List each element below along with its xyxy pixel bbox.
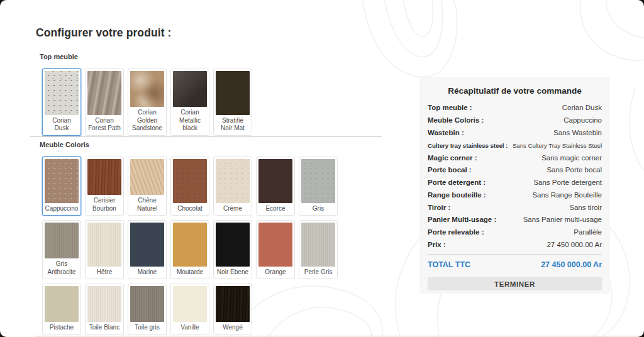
swatch-option-perle-gris[interactable]: Perle Gris [299, 220, 338, 279]
summary-row-value: Sans tiroir [569, 204, 602, 212]
summary-row-label: Top meuble : [428, 104, 472, 112]
summary-row-prix: Prix :27 450 000.00 Ar [428, 239, 602, 251]
swatch-label-orange: Orange [258, 267, 292, 279]
swatch-option-ch-ne-naturel[interactable]: Chêne Naturel [128, 157, 167, 216]
swatch-label-chocolat: Chocolat [173, 203, 207, 216]
summary-row-cultery-tray-stainless-steel: Cultery tray stainless steel :Sans Culte… [428, 139, 602, 152]
swatch-image-corian-golden-sandstone [130, 71, 164, 107]
summary-row-label: Wastebin : [428, 129, 464, 137]
summary-row-porte-relevable: Porte relevable :Parallèle [428, 226, 602, 239]
swatch-image-toile-blanc [87, 286, 121, 322]
summary-row-tiroir: Tiroir :Sans tiroir [428, 201, 602, 214]
swatch-image-corian-dusk [45, 71, 79, 115]
swatch-option-vanille[interactable]: Vanille [170, 284, 209, 335]
swatch-image-noir-ebene [216, 223, 250, 267]
summary-row-label: Porte bocal : [428, 166, 472, 174]
summary-rows: Top meuble :Corian DuskMeuble Coloris :C… [428, 102, 602, 251]
swatch-label-cappuccino: Cappuccino [45, 203, 79, 216]
swatch-option-toile-gris[interactable]: Toile gris [128, 284, 167, 335]
total-label: TOTAL TTC [428, 260, 470, 269]
swatch-label-gris-anthracite: Gris Anthracite [45, 258, 79, 279]
summary-row-label: Magic corner : [428, 154, 477, 162]
summary-row-value: Sans Panier multi-usage [523, 216, 602, 224]
swatch-label-perle-gris: Perle Gris [301, 267, 335, 279]
swatch-image-ch-ne-naturel [130, 159, 164, 195]
swatch-label-toile-gris: Toile gris [130, 322, 164, 334]
swatch-option-cappuccino[interactable]: Cappuccino [42, 157, 81, 216]
swatch-label-gris: Gris [301, 203, 335, 216]
section-meuble-coloris: Meuble Coloris CappuccinoCerisier Bourbo… [40, 141, 338, 335]
summary-row-label: Range bouteille : [428, 191, 486, 199]
swatch-image-stratifi-noir-mat [216, 71, 250, 115]
swatch-label-noir-ebene: Noir Ebene [216, 267, 250, 279]
swatch-label-cerisier-bourbon: Cerisier Bourbon [87, 195, 121, 215]
summary-row-label: Prix : [428, 241, 446, 249]
swatch-image-cappuccino [45, 159, 79, 203]
summary-title: Récapitulatif de votre commande [428, 86, 602, 96]
swatch-image-weng [216, 286, 250, 322]
swatch-option-toile-blanc[interactable]: Toile Blanc [85, 284, 124, 335]
swatch-label-corian-metallic-black: Corian Metallic black [173, 107, 207, 135]
swatch-option-gris[interactable]: Gris [299, 157, 338, 216]
swatch-option-stratifi-noir-mat[interactable]: Stratifié Noir Mat [213, 69, 252, 136]
swatch-option-pistache[interactable]: Pistache [42, 284, 81, 335]
summary-row-magic-corner: Magic corner :Sans magic corner [428, 152, 602, 164]
summary-row-value: Sans Cultery Tray Stainless Steel [513, 141, 602, 150]
swatch-option-marine[interactable]: Marine [128, 220, 167, 279]
summary-row-range-bouteille: Range bouteille :Sans Range Bouteille [428, 189, 602, 201]
summary-row-value: Corian Dusk [562, 104, 602, 112]
summary-row-panier-multi-usage: Panier Multi-usage :Sans Panier multi-us… [428, 214, 602, 226]
swatch-image-pistache [45, 286, 79, 322]
summary-row-label: Panier Multi-usage : [428, 216, 496, 224]
section-label-top-meuble: Top meuble [40, 53, 252, 60]
swatch-option-h-tre[interactable]: Hêtre [85, 220, 124, 279]
summary-row-porte-bocal: Porte bocal :Sans Porte bocal [428, 164, 602, 177]
swatch-image-cr-me [216, 159, 250, 203]
summary-row-value: Sans Porte detergent [533, 179, 602, 187]
swatch-option-corian-metallic-black[interactable]: Corian Metallic black [170, 69, 209, 136]
summary-row-value: Sans Range Bouteille [532, 191, 602, 199]
total-value: 27 450 000.00 Ar [541, 260, 602, 269]
summary-row-value: Sans magic corner [541, 154, 602, 162]
summary-row-value: Cappuccino [564, 116, 602, 124]
swatch-option-corian-forest-path[interactable]: Corian Forest Path [85, 69, 124, 136]
summary-row-value: Sans Wastebin [553, 129, 602, 137]
swatch-image-h-tre [87, 223, 121, 267]
swatch-label-vanille: Vanille [173, 322, 207, 334]
swatch-image-gris [301, 159, 335, 203]
swatch-option-orange[interactable]: Orange [256, 220, 295, 279]
summary-row-label: Porte detergent : [428, 179, 486, 187]
total-row: TOTAL TTC 27 450 000.00 Ar [428, 254, 602, 269]
swatch-label-moutarde: Moutarde [173, 267, 207, 279]
configurator-window: Configurer votre produit : Top meuble Co… [0, 0, 644, 337]
page-title: Configurer votre produit : [36, 26, 172, 40]
swatch-image-chocolat [173, 159, 207, 203]
swatch-label-cr-me: Crème [216, 203, 250, 216]
swatch-option-gris-anthracite[interactable]: Gris Anthracite [42, 220, 81, 279]
summary-row-meuble-coloris: Meuble Coloris :Cappuccino [428, 114, 602, 127]
swatch-image-cerisier-bourbon [87, 159, 121, 195]
swatch-option-cr-me[interactable]: Crème [213, 157, 252, 216]
swatch-label-corian-dusk: Corian Dusk [45, 115, 79, 135]
swatch-label-toile-blanc: Toile Blanc [87, 322, 121, 334]
section-top-meuble: Top meuble Corian DuskCorian Forest Path… [40, 53, 252, 136]
swatch-image-marine [130, 223, 164, 267]
swatch-image-vanille [173, 286, 207, 322]
swatch-label-marine: Marine [130, 267, 164, 279]
meuble-coloris-swatch-grid: CappuccinoCerisier BourbonChêne NaturelC… [42, 157, 338, 335]
swatch-label-stratifi-noir-mat: Stratifié Noir Mat [216, 115, 250, 135]
terminer-button[interactable]: TERMINER [428, 277, 602, 290]
swatch-option-corian-golden-sandstone[interactable]: Corian Golden Sandstone [128, 69, 167, 136]
summary-row-top-meuble: Top meuble :Corian Dusk [428, 102, 602, 114]
summary-row-value: 27 450 000.00 Ar [547, 241, 602, 249]
swatch-option-moutarde[interactable]: Moutarde [170, 220, 209, 279]
swatch-option-ecorce[interactable]: Ecorce [256, 157, 295, 216]
swatch-option-cerisier-bourbon[interactable]: Cerisier Bourbon [85, 157, 124, 216]
summary-row-label: Tiroir : [428, 204, 450, 212]
swatch-option-weng[interactable]: Wengé [213, 284, 252, 335]
swatch-option-chocolat[interactable]: Chocolat [170, 157, 209, 216]
swatch-label-weng: Wengé [216, 322, 250, 334]
swatch-option-noir-ebene[interactable]: Noir Ebene [213, 220, 252, 279]
summary-row-label: Cultery tray stainless steel : [428, 141, 508, 150]
swatch-option-corian-dusk[interactable]: Corian Dusk [42, 69, 81, 136]
